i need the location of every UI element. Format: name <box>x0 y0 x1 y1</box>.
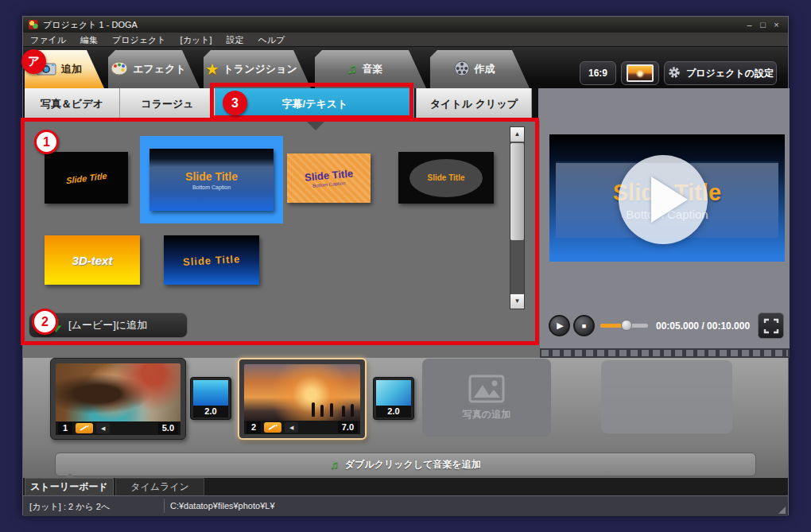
play-overlay-button[interactable] <box>619 155 708 244</box>
tab-effects[interactable]: エフェクト <box>108 50 200 88</box>
tab-storyboard-label: ストーリーボード <box>30 480 107 494</box>
sunset-thumbnail-icon <box>627 64 654 82</box>
clip-number: 1 <box>58 422 72 434</box>
seek-slider-thumb[interactable] <box>621 320 632 331</box>
template-ellipse-shape: Slide Title <box>409 159 483 197</box>
template-panel: Slide Title Slide Title Bottom Caption S… <box>23 120 540 358</box>
subtab-filler <box>538 88 790 120</box>
subtab-subtitle-text[interactable]: 字幕/テキスト <box>215 88 414 120</box>
add-to-movie-button[interactable]: [ムービー]に追加 <box>29 313 188 338</box>
tab-transitions-label: トランジション <box>223 62 297 76</box>
gear-icon <box>667 65 681 82</box>
status-cut-info: [カット] : 2 から 2へ <box>29 501 110 513</box>
subtab-collage-label: コラージュ <box>141 97 193 111</box>
template-3d-text[interactable]: 3D-text <box>45 235 140 285</box>
main-toolbar: 追加 エフェクト ★ トランジション ♫ 音楽 作成 <box>23 47 788 88</box>
edit-pencil-icon[interactable] <box>76 423 93 433</box>
edit-pencil-icon[interactable] <box>264 422 281 433</box>
tab-music[interactable]: ♫ 音楽 <box>315 50 426 88</box>
tab-effects-label: エフェクト <box>133 62 186 76</box>
tab-timeline-label: タイムライン <box>130 480 189 494</box>
menu-edit[interactable]: 編集 <box>73 33 105 47</box>
template-title-text: Slide Title <box>304 167 353 183</box>
silhouette <box>320 405 324 417</box>
app-icon <box>29 20 38 29</box>
template-blue-gradient[interactable]: Slide Title <box>164 235 259 285</box>
tab-transitions[interactable]: ★ トランジション <box>204 50 311 88</box>
tab-create[interactable]: 作成 <box>430 50 530 88</box>
transition-duration: 2.0 <box>376 406 411 417</box>
selected-tab-pointer <box>305 120 326 130</box>
speaker-icon[interactable]: ◀ <box>285 422 298 433</box>
scrollbar-thumb[interactable] <box>510 143 524 240</box>
subtab-title-clip[interactable]: タイトル クリップ <box>416 88 532 120</box>
template-ellipse[interactable]: Slide Title <box>398 152 494 204</box>
clip-2-photo <box>244 364 360 423</box>
transition-1-thumbnail <box>193 380 228 406</box>
tab-add-label: 追加 <box>61 62 82 76</box>
music-note-icon: ♫ <box>330 458 339 471</box>
menu-project[interactable]: プロジェクト <box>105 33 173 47</box>
music-hint-text: ダブルクリックして音楽を追加 <box>345 458 481 472</box>
silhouette <box>342 406 345 417</box>
menu-cut[interactable]: [カット] <box>173 33 219 47</box>
screenshot-canvas: プロジェクト 1 - DOGA – □ × ファイル 編集 プロジェクト [カッ… <box>0 0 811 532</box>
close-icon[interactable]: × <box>770 17 783 32</box>
video-preview[interactable]: Slide Title Bottom Caption <box>549 134 785 262</box>
music-track[interactable]: ♫ ダブルクリックして音楽を追加 <box>55 452 756 476</box>
music-track-row: ♫ ダブルクリックして音楽を追加 <box>23 450 788 478</box>
template-orange-texture[interactable]: Slide Title Bottom Caption <box>287 153 371 203</box>
clip-number: 2 <box>246 421 261 433</box>
status-file-path: C:¥datatop¥files¥photo¥L¥ <box>170 501 275 511</box>
window-title: プロジェクト 1 - DOGA <box>43 19 138 31</box>
subtab-collage[interactable]: コラージュ <box>120 88 215 120</box>
film-reel-icon <box>454 60 470 79</box>
title-bar: プロジェクト 1 - DOGA – □ × <box>23 17 788 33</box>
template-blue-panel[interactable]: Slide Title Bottom Caption <box>149 149 274 211</box>
aspect-ratio-button[interactable]: 16:9 <box>580 61 616 85</box>
transition-duration: 2.0 <box>193 406 228 417</box>
preview-panel: Slide Title Bottom Caption ▶ ■ 00:05.000… <box>540 120 790 348</box>
scroll-down-button[interactable]: ▼ <box>510 294 524 309</box>
storyboard-track: 1 ◀ 5.0 2.0 <box>23 358 788 450</box>
storyboard-clip-2-selected[interactable]: 2 ◀ 7.0 <box>238 358 367 440</box>
play-button[interactable]: ▶ <box>549 315 570 336</box>
silhouette <box>351 404 354 417</box>
add-photo-label: 写真の追加 <box>463 408 510 421</box>
maximize-icon[interactable]: □ <box>756 17 770 32</box>
empty-slot <box>601 360 732 433</box>
template-title-text: 3D-text <box>72 254 113 267</box>
fullscreen-button[interactable] <box>758 313 784 339</box>
music-note-icon: ♫ <box>347 61 358 77</box>
template-title-text: Slide Title <box>427 173 464 182</box>
menu-file[interactable]: ファイル <box>23 33 73 47</box>
resize-grip[interactable] <box>778 507 786 514</box>
project-settings-label: プロジェクトの設定 <box>686 67 774 80</box>
tab-timeline[interactable]: タイムライン <box>115 478 204 495</box>
subtab-subtitle-text-label: 字幕/テキスト <box>282 97 348 111</box>
clip-1-photo <box>56 363 180 422</box>
background-image-button[interactable] <box>621 61 659 85</box>
transition-1[interactable]: 2.0 <box>190 377 231 420</box>
minimize-icon[interactable]: – <box>743 17 756 32</box>
tab-storyboard[interactable]: ストーリーボード <box>25 478 114 495</box>
palette-icon <box>111 61 128 78</box>
storyboard-clip-1[interactable]: 1 ◀ 5.0 <box>50 358 186 440</box>
clip-duration: 5.0 <box>158 422 178 434</box>
add-photo-slot[interactable]: 写真の追加 <box>422 359 551 437</box>
stop-button[interactable]: ■ <box>573 315 595 336</box>
template-title-text: Slide Title <box>183 253 241 268</box>
speaker-icon[interactable]: ◀ <box>96 423 110 433</box>
scroll-up-button[interactable]: ▲ <box>510 127 524 142</box>
template-selected-highlight[interactable]: Slide Title Bottom Caption <box>140 136 283 223</box>
template-arc-title[interactable]: Slide Title <box>45 152 128 204</box>
menu-help[interactable]: ヘルプ <box>250 33 292 47</box>
add-to-movie-label: [ムービー]に追加 <box>68 318 147 332</box>
project-settings-button[interactable]: プロジェクトの設定 <box>664 61 777 85</box>
tab-add[interactable]: 追加 <box>25 50 104 88</box>
menu-settings[interactable]: 設定 <box>219 33 250 47</box>
template-scrollbar[interactable]: ▲ ▼ <box>510 126 525 309</box>
silhouette <box>312 402 315 417</box>
subtab-photo-video[interactable]: 写真＆ビデオ <box>25 88 120 120</box>
transition-2[interactable]: 2.0 <box>373 377 414 420</box>
